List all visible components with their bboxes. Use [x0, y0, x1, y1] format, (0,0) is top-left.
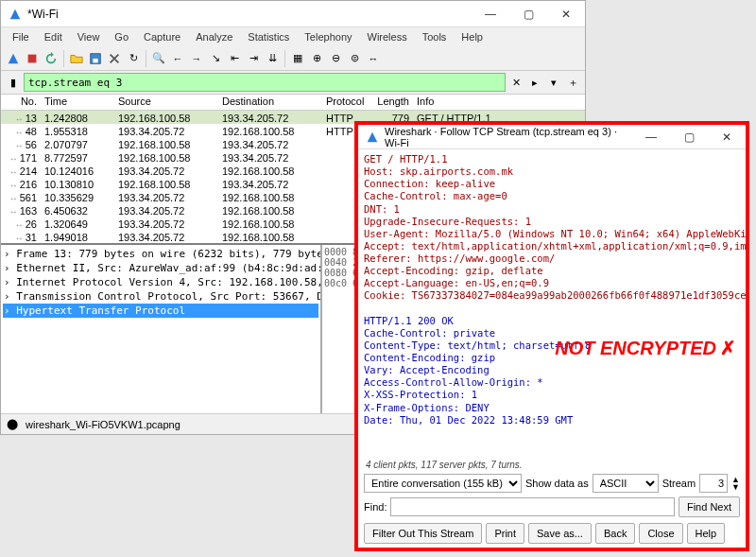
- apply-filter-icon[interactable]: ▸: [526, 74, 543, 91]
- bookmark-filter-icon[interactable]: ▮: [5, 74, 22, 91]
- column-header-destination[interactable]: Destination: [218, 95, 322, 110]
- clear-filter-icon[interactable]: ✕: [507, 74, 524, 91]
- status-file: wireshark_Wi-FiO5VKW1.pcapng: [26, 419, 180, 430]
- stream-stats: 4 client pkts, 117 server pkts, 7 turns.: [358, 458, 746, 472]
- menu-item[interactable]: Analyze: [190, 29, 238, 44]
- window-title: *Wi-Fi: [27, 8, 472, 21]
- menu-item[interactable]: File: [7, 29, 35, 44]
- menu-item[interactable]: View: [72, 29, 106, 44]
- column-header-no[interactable]: No.: [1, 95, 41, 110]
- find-input[interactable]: [390, 497, 674, 516]
- menu-item[interactable]: Help: [455, 29, 489, 44]
- dialog-button-filter-out-this-stream[interactable]: Filter Out This Stream: [364, 523, 482, 544]
- maximize-button[interactable]: ▢: [509, 1, 547, 27]
- go-to-packet-icon[interactable]: ↘: [207, 50, 224, 67]
- dialog-button-print[interactable]: Print: [486, 523, 524, 544]
- packet-details-tree[interactable]: › Frame 13: 779 bytes on wire (6232 bits…: [1, 245, 322, 413]
- dialog-titlebar: Wireshark · Follow TCP Stream (tcp.strea…: [358, 125, 746, 149]
- response-text: HTTP/1.1 200 OK Cache-Control: private C…: [364, 315, 740, 426]
- app-icon: [9, 8, 22, 21]
- go-first-icon[interactable]: ⇤: [226, 50, 243, 67]
- find-next-button[interactable]: Find Next: [679, 496, 740, 517]
- dialog-button-close[interactable]: Close: [639, 523, 682, 544]
- dialog-button-help[interactable]: Help: [687, 523, 726, 544]
- stream-label: Stream: [662, 478, 696, 489]
- tree-node[interactable]: › Transmission Control Protocol, Src Por…: [3, 289, 318, 304]
- go-back-icon[interactable]: ←: [169, 50, 186, 67]
- main-titlebar: *Wi-Fi — ▢ ✕: [1, 1, 585, 27]
- tree-node[interactable]: › Ethernet II, Src: AzureWav_ad:af:99 (b…: [3, 261, 318, 275]
- menu-item[interactable]: Capture: [138, 29, 186, 44]
- menu-item[interactable]: Go: [109, 29, 134, 44]
- not-encrypted-annotation: NOT ENCRYPTED✗: [555, 337, 736, 360]
- menu-item[interactable]: Statistics: [242, 29, 295, 44]
- open-file-icon[interactable]: [68, 50, 85, 67]
- dialog-button-back[interactable]: Back: [595, 523, 635, 544]
- add-filter-button-icon[interactable]: ＋: [564, 74, 581, 91]
- go-forward-icon[interactable]: →: [188, 50, 205, 67]
- dialog-close-button[interactable]: ✕: [708, 124, 746, 150]
- show-as-select[interactable]: ASCII: [593, 474, 659, 493]
- column-header-length[interactable]: Length: [369, 95, 413, 110]
- go-last-icon[interactable]: ⇥: [245, 50, 262, 67]
- column-header-source[interactable]: Source: [114, 95, 218, 110]
- column-header-info[interactable]: Info: [413, 95, 585, 110]
- auto-scroll-icon[interactable]: ⇊: [264, 50, 281, 67]
- reload-icon[interactable]: ↻: [125, 50, 142, 67]
- follow-tcp-stream-dialog: Wireshark · Follow TCP Stream (tcp.strea…: [354, 121, 749, 551]
- zoom-in-icon[interactable]: ⊕: [308, 50, 325, 67]
- main-toolbar: ↻ 🔍 ← → ↘ ⇤ ⇥ ⇊ ▦ ⊕ ⊖ ⊜ ↔: [1, 46, 585, 71]
- dialog-minimize-button[interactable]: —: [632, 124, 670, 150]
- menubar: File Edit View Go Capture Analyze Statis…: [1, 27, 585, 46]
- filter-history-icon[interactable]: ▾: [545, 74, 562, 91]
- column-header-time[interactable]: Time: [41, 95, 114, 110]
- stream-content[interactable]: GET / HTTP/1.1 Host: skp.airports.com.mk…: [358, 149, 746, 458]
- restart-capture-icon[interactable]: [43, 50, 60, 67]
- column-header-protocol[interactable]: Protocol: [322, 95, 369, 110]
- request-text: GET / HTTP/1.1 Host: skp.airports.com.mk…: [364, 153, 740, 303]
- show-as-label: Show data as: [525, 478, 589, 489]
- app-icon: [366, 131, 379, 144]
- menu-item[interactable]: Wireless: [362, 29, 413, 44]
- stream-number-input[interactable]: [699, 474, 728, 493]
- stream-spinner-icon[interactable]: ▲▼: [731, 476, 740, 491]
- close-button[interactable]: ✕: [547, 1, 585, 27]
- zoom-out-icon[interactable]: ⊖: [327, 50, 344, 67]
- tree-node[interactable]: › Frame 13: 779 bytes on wire (6232 bits…: [3, 247, 318, 261]
- display-filter-input[interactable]: [24, 73, 506, 92]
- menu-item[interactable]: Edit: [39, 29, 68, 44]
- save-file-icon[interactable]: [87, 50, 104, 67]
- menu-item[interactable]: Tools: [417, 29, 453, 44]
- find-label: Find:: [364, 501, 387, 513]
- tree-node[interactable]: › Internet Protocol Version 4, Src: 192.…: [3, 275, 318, 289]
- filter-bar: ▮ ✕ ▸ ▾ ＋: [1, 71, 585, 94]
- stop-capture-icon[interactable]: [24, 50, 41, 67]
- start-capture-icon[interactable]: [5, 50, 22, 67]
- ready-icon: ⬤: [7, 418, 18, 430]
- packet-list-header: No. Time Source Destination Protocol Len…: [1, 94, 585, 111]
- menu-item[interactable]: Telephony: [299, 29, 357, 44]
- tree-node[interactable]: › Hypertext Transfer Protocol: [3, 304, 318, 318]
- svg-rect-2: [93, 59, 97, 62]
- find-packet-icon[interactable]: 🔍: [150, 50, 167, 67]
- close-file-icon[interactable]: [106, 50, 123, 67]
- dialog-title: Wireshark · Follow TCP Stream (tcp.strea…: [385, 126, 632, 148]
- colorize-icon[interactable]: ▦: [289, 50, 306, 67]
- dialog-button-row: Filter Out This StreamPrintSave as...Bac…: [358, 519, 746, 548]
- svg-rect-0: [28, 54, 37, 62]
- resize-columns-icon[interactable]: ↔: [365, 50, 382, 67]
- dialog-button-save-as-[interactable]: Save as...: [528, 523, 592, 544]
- zoom-reset-icon[interactable]: ⊜: [346, 50, 363, 67]
- conversation-select[interactable]: Entire conversation (155 kB): [364, 474, 522, 493]
- dialog-maximize-button[interactable]: ▢: [670, 124, 708, 150]
- minimize-button[interactable]: —: [472, 1, 509, 27]
